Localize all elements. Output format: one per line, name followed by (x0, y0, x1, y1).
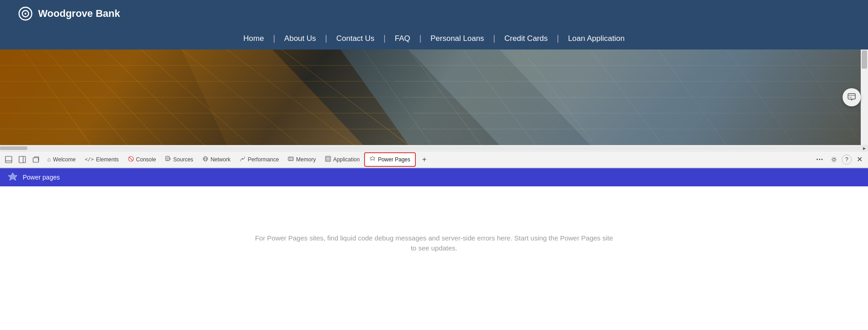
network-icon (202, 156, 208, 163)
tab-console[interactable]: Console (123, 152, 161, 167)
panel-placeholder-text: For Power Pages sites, find liquid code … (252, 233, 616, 254)
h-scroll-thumb (0, 146, 27, 150)
nav-apply[interactable]: Loan Application (559, 34, 634, 43)
add-tab-button[interactable]: + (418, 153, 431, 166)
devtools-panel: Power pages For Power Pages sites, find … (0, 168, 868, 300)
settings-button[interactable] (827, 153, 841, 166)
nav-faq[interactable]: FAQ (386, 34, 419, 43)
svg-line-7 (45, 50, 127, 145)
panel-content: For Power Pages sites, find liquid code … (0, 186, 868, 300)
feedback-icon (847, 93, 856, 102)
svg-line-13 (281, 50, 409, 145)
more-options-button[interactable]: ⋯ (813, 153, 826, 166)
bank-name: Woodgrove Bank (38, 8, 120, 20)
help-button[interactable]: ? (842, 155, 852, 165)
svg-line-26 (590, 50, 663, 145)
svg-point-2 (25, 13, 26, 15)
tab-welcome[interactable]: ⌂ Welcome (43, 152, 80, 167)
bank-nav: Home | About Us | Contact Us | FAQ | Per… (0, 27, 868, 50)
svg-rect-61 (326, 159, 327, 160)
dock-bottom-button[interactable] (2, 153, 15, 166)
svg-line-25 (522, 50, 595, 145)
application-icon (325, 156, 331, 163)
nav-contact[interactable]: Contact Us (327, 34, 384, 43)
tab-power-pages[interactable]: Power Pages (364, 152, 415, 167)
tab-application[interactable]: Application (321, 152, 365, 167)
svg-rect-3 (0, 50, 868, 145)
svg-line-24 (463, 50, 536, 145)
horizontal-scrollbar[interactable]: ▶ (0, 145, 868, 151)
power-pages-tab-icon (370, 156, 375, 163)
tab-performance-label: Performance (248, 156, 279, 163)
svg-rect-41 (19, 156, 25, 163)
scroll-right-arrow[interactable]: ▶ (861, 145, 868, 151)
console-icon (128, 156, 134, 163)
panel-header: Power pages (0, 168, 868, 186)
tab-console-label: Console (136, 156, 156, 163)
tab-network-label: Network (211, 156, 231, 163)
svg-line-10 (141, 50, 250, 145)
dock-bottom-icon (5, 156, 12, 163)
elements-icon: </> (85, 156, 94, 162)
performance-icon (240, 156, 246, 163)
svg-marker-65 (8, 173, 17, 180)
svg-rect-36 (848, 94, 855, 99)
hero-image (0, 50, 868, 145)
svg-point-53 (242, 158, 243, 159)
sources-icon (165, 156, 171, 163)
svg-rect-60 (328, 157, 330, 158)
svg-line-9 (104, 50, 204, 145)
v-scroll-thumb (862, 50, 867, 69)
bank-header: Woodgrove Bank Home | About Us | Contact… (0, 0, 868, 50)
tab-network[interactable]: Network (198, 152, 235, 167)
bank-logo-icon (18, 6, 33, 21)
devtools-right-controls: ⋯ ? ✕ (813, 153, 866, 166)
dock-right-button[interactable] (15, 153, 29, 166)
vertical-scrollbar[interactable] (861, 50, 868, 145)
dock-right-icon (19, 156, 26, 163)
hero-svg (0, 50, 868, 145)
svg-line-23 (409, 50, 481, 145)
svg-line-22 (363, 50, 431, 145)
bank-logo: Woodgrove Bank (18, 6, 120, 21)
settings-icon (831, 156, 837, 163)
svg-marker-19 (340, 50, 868, 145)
welcome-icon: ⌂ (47, 156, 51, 163)
svg-line-12 (227, 50, 354, 145)
power-pages-logo (7, 172, 18, 183)
svg-line-8 (73, 50, 163, 145)
svg-point-64 (833, 158, 835, 160)
svg-marker-20 (409, 50, 868, 145)
tab-sources-label: Sources (173, 156, 193, 163)
undock-button[interactable] (29, 153, 43, 166)
feedback-button[interactable] (843, 88, 861, 106)
svg-line-27 (658, 50, 726, 145)
nav-about[interactable]: About Us (275, 34, 325, 43)
svg-line-6 (23, 50, 91, 145)
memory-icon (288, 156, 294, 163)
svg-line-28 (726, 50, 794, 145)
nav-loans[interactable]: Personal Loans (421, 34, 493, 43)
svg-rect-59 (326, 157, 327, 158)
svg-line-45 (129, 157, 133, 161)
nav-cards[interactable]: Credit Cards (495, 34, 557, 43)
panel-title: Power pages (23, 174, 60, 181)
close-devtools-button[interactable]: ✕ (853, 153, 866, 166)
tab-welcome-label: Welcome (53, 156, 76, 163)
svg-rect-62 (328, 159, 330, 160)
hero-container (0, 50, 868, 145)
svg-marker-5 (0, 50, 227, 145)
tab-elements[interactable]: </> Elements (80, 152, 123, 167)
svg-rect-39 (5, 156, 12, 163)
tab-application-label: Application (333, 156, 360, 163)
nav-home[interactable]: Home (234, 34, 273, 43)
undock-icon (32, 156, 39, 163)
tab-sources[interactable]: Sources (161, 152, 198, 167)
svg-line-11 (182, 50, 300, 145)
svg-marker-21 (499, 50, 868, 145)
tab-memory-label: Memory (296, 156, 316, 163)
tab-elements-label: Elements (96, 156, 119, 163)
tab-performance[interactable]: Performance (235, 152, 284, 167)
tab-power-pages-label: Power Pages (378, 156, 410, 163)
tab-memory[interactable]: Memory (283, 152, 320, 167)
